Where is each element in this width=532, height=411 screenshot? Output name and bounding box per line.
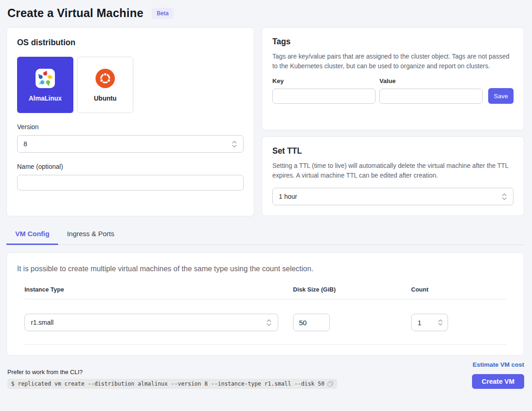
chevron-updown-icon [232, 140, 237, 148]
instance-type-value: r1.small [31, 319, 54, 326]
create-vm-button[interactable]: Create VM [472, 374, 524, 389]
os-tile-almalinux[interactable]: AlmaLinux [17, 57, 73, 113]
beta-badge: Beta [152, 8, 174, 19]
count-cell: 1 [411, 314, 506, 331]
disk-size-input[interactable] [293, 314, 330, 331]
almalinux-logo-icon [35, 68, 55, 89]
instance-type-select[interactable]: r1.small [24, 314, 278, 331]
os-distribution-card: OS distribution [6, 27, 254, 216]
ttl-select-value: 1 hour [279, 193, 297, 200]
os-tile-row: AlmaLinux Ubuntu [17, 57, 244, 113]
estimate-vm-cost-link[interactable]: Estimate VM cost [472, 361, 524, 368]
page-footer: Prefer to work from the CLI? $ replicate… [0, 356, 532, 389]
column-disk-size: Disk Size (GiB) [293, 286, 411, 293]
tags-input-row: Key Value Save [272, 77, 514, 104]
vm-config-note: It is possible to create multiple virtua… [17, 265, 514, 273]
chevron-updown-icon [266, 319, 272, 327]
version-label: Version [17, 123, 244, 131]
version-select-value: 8 [24, 140, 27, 148]
stepper-updown-icon[interactable] [438, 319, 443, 326]
cli-command: $ replicated vm create --distribution al… [11, 381, 324, 387]
copy-icon[interactable] [327, 381, 334, 387]
disk-size-cell [293, 314, 411, 331]
tag-key-field: Key [272, 77, 376, 104]
tag-value-label: Value [379, 77, 483, 84]
cli-prompt: Prefer to work from the CLI? [7, 369, 337, 375]
tag-key-label: Key [272, 77, 376, 84]
os-card-title: OS distribution [17, 38, 244, 48]
tag-value-field: Value [379, 77, 483, 104]
name-label: Name (optional) [17, 163, 244, 170]
tag-value-input[interactable] [379, 89, 483, 104]
column-instance-type: Instance Type [24, 286, 293, 293]
create-vm-page: Create a Virtual Machine Beta OS distrib… [0, 0, 532, 411]
footer-actions: Estimate VM cost Create VM [472, 361, 524, 389]
tag-key-input[interactable] [272, 89, 376, 104]
vm-config-card: It is possible to create multiple virtua… [6, 252, 524, 356]
vm-table-header: Instance Type Disk Size (GiB) Count [24, 286, 506, 299]
tags-card-description: Tags are key/value pairs that are assign… [272, 52, 514, 71]
count-stepper[interactable]: 1 [411, 314, 448, 331]
tab-vm-config[interactable]: VM Config [6, 226, 58, 245]
version-select[interactable]: 8 [17, 135, 244, 153]
top-grid: OS distribution [0, 27, 532, 216]
os-tile-ubuntu[interactable]: Ubuntu [77, 57, 133, 113]
ubuntu-logo-icon [95, 68, 115, 89]
cli-section: Prefer to work from the CLI? $ replicate… [7, 369, 337, 389]
os-tile-label-ubuntu: Ubuntu [94, 95, 117, 102]
page-header: Create a Virtual Machine Beta [0, 6, 532, 27]
page-title: Create a Virtual Machine [7, 6, 143, 20]
tab-ingress-ports[interactable]: Ingress & Ports [58, 226, 123, 245]
tags-card: Tags Tags are key/value pairs that are a… [262, 27, 524, 130]
column-count: Count [411, 286, 506, 293]
ttl-card: Set TTL Setting a TTL (time to live) wil… [262, 137, 524, 216]
tags-card-title: Tags [272, 37, 514, 47]
instance-type-cell: r1.small [24, 314, 293, 331]
ttl-select[interactable]: 1 hour [272, 188, 514, 205]
chevron-updown-icon [502, 193, 507, 201]
ttl-card-description: Setting a TTL (time to live) will automa… [272, 161, 514, 180]
right-column: Tags Tags are key/value pairs that are a… [262, 27, 524, 216]
os-tile-label-almalinux: AlmaLinux [29, 95, 62, 102]
cli-command-bar: $ replicated vm create --distribution al… [7, 379, 337, 389]
tab-bar: VM Config Ingress & Ports [6, 226, 524, 245]
ttl-card-title: Set TTL [272, 146, 514, 156]
save-tag-button[interactable]: Save [488, 88, 514, 104]
vm-table-row: r1.small 1 [24, 299, 506, 345]
vm-table: Instance Type Disk Size (GiB) Count r1.s… [17, 286, 514, 345]
name-input[interactable] [17, 175, 244, 191]
count-value: 1 [418, 319, 421, 327]
